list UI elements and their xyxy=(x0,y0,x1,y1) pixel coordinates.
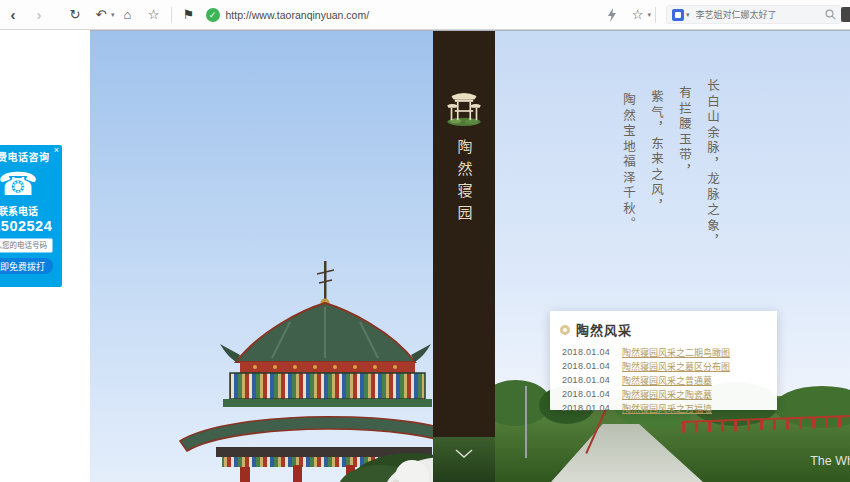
refresh-icon[interactable]: ↻ xyxy=(64,4,86,26)
back-icon[interactable]: ‹ xyxy=(2,4,24,26)
right-pane: 长白山余脉，龙脉之象， 有拦腰玉带， 紫气，东来之风， 陶然宝地福泽千秋。 Th… xyxy=(495,31,850,482)
undo-icon[interactable]: ↶ xyxy=(90,4,112,26)
search-box[interactable]: ▾ xyxy=(666,5,842,24)
news-row: 2018.01.04 陶然寝园风采之二期鸟瞰图 xyxy=(560,345,767,359)
search-input[interactable] xyxy=(694,9,825,21)
browser-toolbar: ‹ › ↻ ↶ ▾ ⌂ ☆ ⚑ ✓ http://www.taoranqinyu… xyxy=(0,0,850,30)
vertical-poem: 长白山余脉，龙脉之象， 有拦腰玉带， 紫气，东来之风， 陶然宝地福泽千秋。 xyxy=(610,79,722,250)
url-field[interactable]: http://www.taoranqinyuan.com/ xyxy=(226,9,466,21)
gate-logo-icon xyxy=(444,85,484,127)
news-date: 2018.01.04 xyxy=(562,347,608,357)
toolbar-separator xyxy=(655,7,656,23)
utility-pole xyxy=(525,386,527,458)
phone-number-input[interactable] xyxy=(0,238,53,253)
news-date: 2018.01.04 xyxy=(562,389,608,399)
favorite-star-icon[interactable]: ☆ xyxy=(143,4,165,26)
home-icon[interactable]: ⌂ xyxy=(117,4,139,26)
news-date: 2018.01.04 xyxy=(562,361,608,371)
undo-caret-icon[interactable]: ▾ xyxy=(111,11,115,19)
poem-column: 长白山余脉，龙脉之象， xyxy=(703,79,722,250)
news-link[interactable]: 陶然寝园风采之墓区分布图 xyxy=(622,360,730,373)
watermark-text: The Wh xyxy=(810,454,850,468)
phone-number: 31502524 xyxy=(0,218,62,234)
search-icon[interactable] xyxy=(825,9,836,20)
news-row: 2018.01.04 陶然寝园风采之普通墓 xyxy=(560,373,767,387)
news-row: 2018.01.04 陶然寝园风采之陶瓷墓 xyxy=(560,387,767,401)
site-vertical-title: 陶然寝园 xyxy=(454,139,475,227)
free-call-button[interactable]: 立即免费拨打 xyxy=(0,258,53,274)
news-ring-icon xyxy=(560,325,570,335)
news-link[interactable]: 陶然寝园风采之普通墓 xyxy=(622,374,712,387)
pavilion-illustration xyxy=(90,31,433,482)
scroll-down-chevron-icon[interactable] xyxy=(455,449,473,458)
news-link[interactable]: 陶然寝园风采之万福墙 xyxy=(622,402,712,415)
news-header: 陶然风采 xyxy=(560,320,767,339)
phone-consult-widget: × 免费电话咨询 ☎ 联系电话 31502524 立即免费拨打 xyxy=(0,145,62,287)
pavilion-photo xyxy=(90,31,433,482)
news-card: 陶然风采 2018.01.04 陶然寝园风采之二期鸟瞰图 2018.01.04 … xyxy=(550,311,777,410)
news-row: 2018.01.04 陶然寝园风采之墓区分布图 xyxy=(560,359,767,373)
contact-label: 联系电话 xyxy=(0,203,62,218)
close-icon[interactable]: × xyxy=(54,146,59,155)
page-viewport: 陶然寝园 长白山余脉，龙脉之象， 有拦腰玉带， 紫气，东来之风， 陶然宝地福泽千… xyxy=(90,30,850,482)
news-title: 陶然风采 xyxy=(576,320,632,339)
extension-icon[interactable] xyxy=(841,7,850,22)
search-engine-icon[interactable] xyxy=(672,9,684,21)
lightning-icon[interactable] xyxy=(600,4,622,26)
news-date: 2018.01.04 xyxy=(562,375,608,385)
poem-column: 有拦腰玉带， xyxy=(675,86,694,250)
poem-column: 紫气，东来之风， xyxy=(647,90,666,250)
center-nav-strip: 陶然寝园 xyxy=(433,31,495,437)
strip-bottom-trees xyxy=(433,437,495,482)
news-link[interactable]: 陶然寝园风采之陶瓷墓 xyxy=(622,388,712,401)
notification-flag-icon[interactable]: ⚑ xyxy=(178,4,200,26)
bookmark-caret-icon[interactable]: ▾ xyxy=(647,11,651,19)
search-engine-caret-icon[interactable]: ▾ xyxy=(686,11,690,19)
toolbar-separator xyxy=(171,7,172,23)
toolbar-right: ☆ ▾ ▾ xyxy=(598,4,850,26)
poem-column: 陶然宝地福泽千秋。 xyxy=(619,93,638,250)
bookmark-star-icon[interactable]: ☆ xyxy=(626,4,648,26)
widget-title: 免费电话咨询 xyxy=(0,149,62,164)
road xyxy=(551,424,703,482)
news-link[interactable]: 陶然寝园风采之二期鸟瞰图 xyxy=(622,346,730,359)
security-shield-icon[interactable]: ✓ xyxy=(206,8,220,22)
news-date: 2018.01.04 xyxy=(562,403,608,413)
forward-icon[interactable]: › xyxy=(28,4,50,26)
news-row: 2018.01.04 陶然寝园风采之万福墙 xyxy=(560,401,767,415)
telephone-icon: ☎ xyxy=(0,166,62,202)
